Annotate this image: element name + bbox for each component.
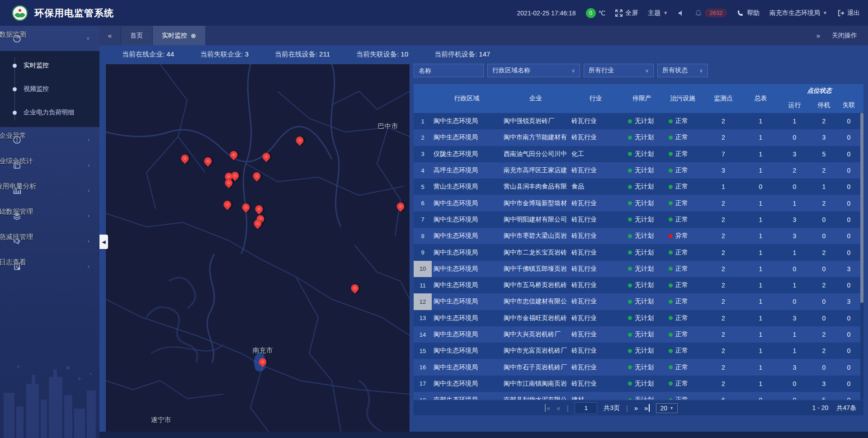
cell-company: 阆中市石子页岩机砖厂 [502,363,570,372]
tab-close-icon[interactable]: ⊗ [191,33,196,39]
tab-首页[interactable]: 首页 [121,26,152,45]
table-row[interactable]: 6阆中生态环境局阆中市金博瑞新型墙材砖瓦行业无计划正常21120 [414,195,863,211]
name-filter-input[interactable] [414,64,484,77]
cell-stop: 0 [811,315,836,322]
header-cell-3: 停限产 [622,84,662,113]
region-filter-select[interactable]: 行政区域名称∨ [487,64,580,77]
stat-value: 44 [166,50,174,58]
cell-region: 高坪生态环境局 [432,166,502,174]
sidebar-item-2[interactable]: 企业综合统计‹ [0,152,99,178]
table-row[interactable]: 18南部生态环境局南部县利华水泥有限公建材无计划正常60050 [414,392,863,400]
table-row[interactable]: 7阆中生态环境局阆中明阳建材有限公司砖瓦行业无计划正常21300 [414,212,863,228]
status-dot-icon [669,185,673,189]
table-row[interactable]: 8阆中生态环境局阆中市枣碧大梁山页岩砖瓦行业无计划异常21300 [414,228,863,244]
last-page-icon[interactable]: » [644,404,650,412]
status-text: 正常 [675,363,688,372]
cell-industry: 建材 [570,396,622,400]
cell-lost: 0 [836,183,861,190]
cell-lost: 0 [836,347,861,354]
sidebar-collapse-button[interactable]: ◀ [99,235,108,249]
plan-text: 无计划 [635,199,654,207]
help-button[interactable]: 帮助 [737,9,760,17]
header-cell-index [414,84,432,113]
plan-text: 无计划 [635,232,654,240]
sidebar-subitem[interactable]: 企业电力负荷明细 [0,101,99,124]
cell-plan: 无计划 [622,281,662,289]
tab-scroll-left-icon[interactable]: « [99,26,120,45]
cell-company: 南充市高坪区王家店建 [502,166,570,174]
logout-button[interactable]: 退出 [837,9,860,17]
table-row[interactable]: 11阆中生态环境局阆中市五马桥页岩机砖砖瓦行业无计划正常21120 [414,277,863,293]
table-row[interactable]: 14阆中生态环境局阆中大兴页岩机砖厂砖瓦行业无计划正常21120 [414,326,863,343]
cell-company: 阆中千佛镇五郎垭页岩 [502,265,570,273]
sidebar-item-1[interactable]: 企业异常‹ [0,127,99,152]
cell-stop: 2 [811,200,836,207]
sidebar-item-4[interactable]: 基础数据管理‹ [0,203,99,228]
table-row[interactable]: 17阆中生态环境局阆中市江南镇阆南页岩砖瓦行业无计划正常21030 [414,376,863,392]
plan-text: 无计划 [635,297,654,306]
stat-item: 当前在线企业: 44 [122,50,174,59]
tab-实时监控[interactable]: 实时监控⊗ [153,26,205,45]
notifications-button[interactable]: 2632 [695,9,727,17]
table-row[interactable]: 5营山生态环境局营山县润丰肉食品有限食品无计划正常10010 [414,179,863,195]
cell-stop: 2 [811,331,836,338]
scrollbar-thumb[interactable] [860,113,863,303]
sidebar-item-3[interactable]: 企业用电量分析‹ [0,178,99,203]
stat-value: 147 [479,50,490,58]
fullscreen-button[interactable]: 全屏 [615,9,638,17]
plan-text: 无计划 [635,117,654,125]
datetime-label: 2021-02-25 17:46:18 [517,9,576,17]
table-row[interactable]: 12阆中生态环境局阆中市忠信建材有限公砖瓦行业无计划正常21003 [414,293,863,310]
sidebar-subitem[interactable]: 视频监控 [0,77,99,101]
map-panel[interactable]: 巴中市南充市遂宁市 [105,64,410,432]
cell-stop: 0 [811,232,836,240]
sidebar-item-5[interactable]: 应急减排管理‹ [0,228,99,254]
prev-page-icon[interactable]: « [557,404,560,412]
logout-icon [837,9,844,17]
sidebar-submenu: 实时监控视频监控企业电力负荷明细 [0,51,99,127]
first-page-icon[interactable]: « [545,404,550,412]
industry-filter-select[interactable]: 所有行业∨ [584,64,654,77]
cell-status: 正常 [662,330,703,339]
status-dot-icon [669,152,673,156]
table-row[interactable]: 9阆中生态环境局阆中市二龙长宝页岩砖砖瓦行业无计划正常21120 [414,244,863,260]
cell-status: 异常 [662,232,703,240]
theme-dropdown[interactable]: 主题▼ [648,9,668,17]
sidebar-item-0[interactable]: 数据监测˅ [0,26,99,51]
mute-button[interactable] [678,9,685,17]
next-page-icon[interactable]: » [634,404,638,412]
table-row[interactable]: 10阆中生态环境局阆中千佛镇五郎垭页岩砖瓦行业无计划正常21003 [414,261,863,277]
status-dot-icon [628,250,632,254]
page-input[interactable] [575,402,597,414]
tab-list: 首页实时监控⊗ [120,26,205,45]
sidebar-item-6[interactable]: 日志查看‹ [0,254,99,279]
sidebar-subitem-label: 企业电力负荷明细 [24,108,74,117]
page-size-select[interactable]: 20▼ [656,403,678,413]
row-index: 13 [414,310,432,326]
table-row[interactable]: 3仪陇生态环境局西南油气田分公司川中化工无计划正常71350 [414,146,863,162]
org-dropdown[interactable]: 南充市生态环境局▼ [769,9,827,17]
cell-plan: 无计划 [622,133,662,141]
table-row[interactable]: 4高坪生态环境局南充市高坪区王家店建砖瓦行业无计划正常31220 [414,162,863,179]
sidebar-item-label: 企业用电量分析 [0,182,37,190]
table-row[interactable]: 13阆中生态环境局阆中市金福旺页岩机砖砖瓦行业无计划正常21300 [414,310,863,326]
stat-value: 211 [319,50,330,58]
sidebar-subitem[interactable]: 实时监控 [0,54,99,77]
table-row[interactable]: 2阆中生态环境局阆中市南方节能建材有砖瓦行业无计划正常21030 [414,129,863,146]
cell-meter: 1 [744,364,778,371]
table-row[interactable]: 16阆中生态环境局阆中市石子页岩机砖厂砖瓦行业无计划正常21300 [414,359,863,375]
range-label: 1 - 20 [812,404,829,412]
app-header: 环保用电监管系统 2021-02-25 17:46:18 0 ℃ 全屏 主题▼ … [0,0,868,26]
cell-industry: 食品 [570,183,622,191]
close-operations-button[interactable]: 关闭操作 [832,32,857,40]
status-text: 正常 [675,249,688,257]
plan-text: 无计划 [635,396,654,400]
table-row[interactable]: 15阆中生态环境局阆中市光富页岩机砖厂砖瓦行业无计划正常21120 [414,343,863,359]
status-filter-select[interactable]: 所有状态∨ [657,64,708,77]
tab-bar: « 首页实时监控⊗ » 关闭操作 [99,26,868,45]
table-row[interactable]: 1阆中生态环境局阆中强锐页岩砖厂砖瓦行业无计划正常21120 [414,113,863,129]
chevron-left-icon: ‹ [88,162,90,168]
tab-scroll-right-icon[interactable]: » [816,32,820,39]
cell-status: 正常 [662,166,703,174]
cell-meter: 1 [744,134,778,141]
